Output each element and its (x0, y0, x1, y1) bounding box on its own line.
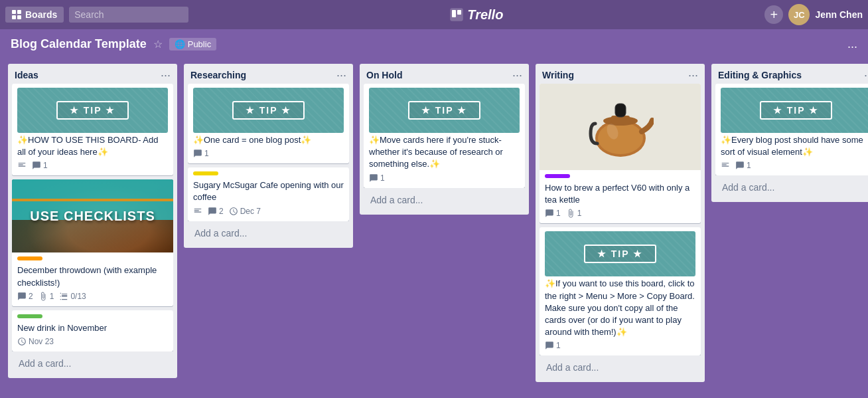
list-header-researching: Researching ··· (184, 64, 353, 84)
trello-logo-text: Trello (467, 7, 503, 23)
card-text-tip2: ✨One card = one blog post✨ (193, 134, 344, 146)
username: Jenn Chen (815, 9, 863, 20)
card-tip5[interactable]: ★ TIP ★ ✨Every blog post should have som… (715, 84, 868, 175)
svg-rect-7 (615, 104, 626, 117)
add-card-editing[interactable]: Add a card... (715, 178, 868, 197)
list-title-researching: Researching (190, 70, 246, 80)
list-menu-researching[interactable]: ··· (336, 69, 346, 81)
card-label-purple (545, 174, 570, 178)
tip-badge-5: ★ TIP ★ (760, 101, 832, 120)
list-menu-editing[interactable]: ··· (864, 69, 868, 81)
tip-banner-5: ★ TIP ★ (721, 88, 868, 133)
card-footer-tip1: 1 (17, 161, 168, 170)
add-card-ideas[interactable]: Add a card... (12, 354, 173, 373)
card-sugary[interactable]: Sugary McSugar Cafe opening with our cof… (188, 167, 349, 221)
card-tip1[interactable]: ★ TIP ★ ✨HOW TO USE THIS BOARD- Add all … (12, 84, 173, 175)
card-text-tip3: ✨Move cards here if you're stuck- whethe… (369, 134, 520, 171)
board-content: Ideas ··· ★ TIP ★ ✨HOW TO USE THIS BOARD… (0, 58, 868, 398)
boards-label: Boards (25, 9, 57, 20)
tip-badge-4: ★ TIP ★ (584, 245, 656, 263)
card-meta-attach-kettle: 1 (566, 209, 582, 218)
tip-badge: ★ TIP ★ (56, 101, 129, 120)
card-label-yellow (193, 171, 218, 175)
list-menu-writing[interactable]: ··· (688, 69, 698, 81)
list-title-ideas: Ideas (15, 70, 38, 80)
card-newdrink[interactable]: New drink in November Nov 23 (12, 310, 173, 351)
list-title-editing: Editing & Graphics (718, 70, 802, 80)
board-title: Blog Calendar Template (11, 37, 147, 51)
kettle-illustration (587, 90, 654, 163)
card-text-kettle: How to brew a perfect V60 with only a te… (545, 182, 695, 206)
avatar-initials: JC (794, 10, 805, 20)
boards-icon (12, 10, 21, 19)
card-label-green (17, 314, 42, 318)
list-header-writing: Writing ··· (536, 64, 705, 84)
tip-badge-2: ★ TIP ★ (232, 101, 305, 120)
list-writing: Writing ··· (536, 64, 705, 382)
card-footer-tip5: 1 (721, 161, 868, 170)
card-footer-tip2: 1 (193, 149, 344, 158)
add-card-writing[interactable]: Add a card... (540, 358, 701, 377)
card-meta-due-sugary: Dec 7 (229, 207, 261, 216)
card-meta-checklist: 0/13 (59, 292, 86, 301)
svg-point-4 (598, 122, 643, 154)
card-meta-desc-tip5 (721, 161, 730, 170)
board-header: Blog Calendar Template ☆ 🌐 Public ... (0, 29, 868, 58)
card-tip3[interactable]: ★ TIP ★ ✨Move cards here if you're stuck… (364, 84, 525, 188)
search-input[interactable] (69, 7, 188, 23)
topnav-right: + JC Jenn Chen (764, 4, 863, 25)
svg-rect-2 (457, 10, 461, 15)
list-researching: Researching ··· ★ TIP ★ ✨One card = one … (184, 64, 353, 248)
card-footer-checklists: 2 1 0/13 (17, 292, 168, 301)
list-cards-editing: ★ TIP ★ ✨Every blog post should have som… (711, 84, 868, 175)
list-editing: Editing & Graphics ··· ★ TIP ★ ✨Every bl… (711, 64, 868, 202)
card-footer-kettle: 1 1 (545, 209, 695, 218)
list-cards-onhold: ★ TIP ★ ✨Move cards here if you're stuck… (360, 84, 529, 188)
tip-banner-2: ★ TIP ★ (193, 88, 344, 133)
list-header-editing: Editing & Graphics ··· (711, 64, 868, 84)
card-meta-comments-tip2: 1 (193, 149, 209, 158)
avatar[interactable]: JC (788, 4, 810, 25)
logo: Trello (194, 7, 759, 23)
add-button[interactable]: + (764, 5, 783, 24)
trello-logo-icon (450, 8, 463, 21)
boards-button[interactable]: Boards (5, 7, 64, 23)
card-kettle[interactable]: How to brew a perfect V60 with only a te… (540, 84, 701, 223)
tip-badge-3: ★ TIP ★ (408, 101, 480, 120)
list-title-onhold: On Hold (366, 70, 402, 80)
card-checklists[interactable]: USE CHECKLISTS December throwdown (with … (12, 179, 173, 306)
card-tip4[interactable]: ★ TIP ★ ✨If you want to use this board, … (540, 227, 701, 355)
tip-banner-4: ★ TIP ★ (545, 231, 695, 276)
card-meta-comments-tip4: 1 (545, 341, 561, 350)
card-text-checklists: December throwdown (with example checkli… (17, 264, 168, 288)
card-tip2[interactable]: ★ TIP ★ ✨One card = one blog post✨ 1 (188, 84, 349, 163)
card-meta-comments-tip5: 1 (735, 161, 751, 170)
more-button[interactable]: ... (847, 37, 857, 51)
card-text-newdrink: New drink in November (17, 322, 168, 334)
list-ideas: Ideas ··· ★ TIP ★ ✨HOW TO USE THIS BOARD… (8, 64, 177, 378)
card-footer-tip3: 1 (369, 173, 520, 183)
card-footer-tip4: 1 (545, 341, 695, 350)
tip-banner-3: ★ TIP ★ (369, 88, 520, 133)
card-meta-attach: 1 (38, 292, 54, 301)
card-text-tip4: ✨If you want to use this board, click to… (545, 278, 695, 338)
card-meta-desc (17, 161, 27, 170)
visibility-label: Public (188, 39, 211, 49)
card-meta-comments-sugary: 2 (208, 207, 224, 216)
list-onhold: On Hold ··· ★ TIP ★ ✨Move cards here if … (360, 64, 529, 215)
star-button[interactable]: ☆ (153, 38, 163, 50)
list-menu-ideas[interactable]: ··· (161, 69, 171, 81)
card-meta-due-newdrink: Nov 23 (17, 337, 54, 346)
card-footer-newdrink: Nov 23 (17, 337, 168, 346)
card-meta-desc-sugary (193, 207, 202, 216)
visibility-button[interactable]: 🌐 Public (169, 38, 216, 50)
list-title-writing: Writing (542, 70, 574, 80)
list-header-onhold: On Hold ··· (360, 64, 529, 84)
svg-rect-1 (452, 10, 456, 17)
card-meta-comments: 1 (32, 161, 48, 170)
list-menu-onhold[interactable]: ··· (512, 69, 522, 81)
globe-icon: 🌐 (175, 39, 185, 49)
add-card-researching[interactable]: Add a card... (188, 224, 349, 243)
tip-banner: ★ TIP ★ (17, 88, 168, 133)
add-card-onhold[interactable]: Add a card... (364, 191, 525, 209)
